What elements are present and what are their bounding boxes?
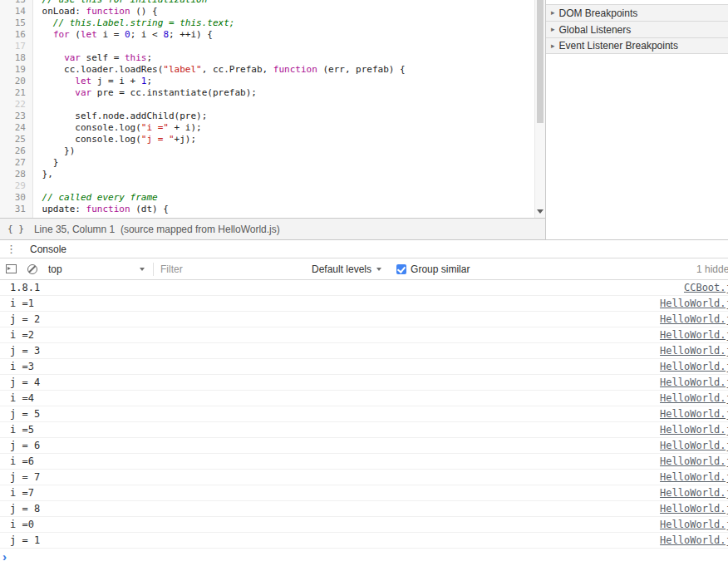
- line-number[interactable]: 19: [0, 64, 33, 76]
- line-number[interactable]: 15: [0, 17, 33, 29]
- line-number[interactable]: 30: [0, 192, 33, 204]
- sidebar-section-label: DOM Breakpoints: [559, 7, 638, 19]
- source-location-link[interactable]: HelloWorld.js: [660, 408, 728, 420]
- code-text: console.log("j = "+j);: [33, 134, 196, 145]
- line-number[interactable]: 13: [0, 0, 33, 6]
- console-message-text: j = 4: [10, 377, 40, 388]
- source-location-link[interactable]: HelloWorld.js: [660, 361, 728, 372]
- checkbox-checked-icon[interactable]: [396, 264, 406, 274]
- clear-console-icon[interactable]: [27, 264, 37, 274]
- code-line: 16 for (let i = 0; i < 8; ++i) {: [0, 29, 534, 41]
- editor-vertical-scrollbar[interactable]: [534, 0, 545, 218]
- source-location-link[interactable]: HelloWorld.js: [660, 424, 728, 436]
- sidebar-section-dom-breakpoints[interactable]: ▸DOM Breakpoints: [546, 4, 728, 21]
- code-lines[interactable]: 13 // use this for initialization14 onLo…: [0, 0, 534, 215]
- log-level-dropdown[interactable]: Default levels: [312, 263, 381, 275]
- line-number[interactable]: 17: [0, 41, 33, 52]
- source-location-link[interactable]: HelloWorld.js: [660, 471, 728, 483]
- console-message-text: i =6: [10, 455, 34, 467]
- line-number[interactable]: 14: [0, 6, 33, 17]
- source-location-link[interactable]: HelloWorld.js: [660, 487, 728, 499]
- source-location-link[interactable]: HelloWorld.js: [660, 519, 728, 530]
- source-location-link[interactable]: HelloWorld.js: [660, 298, 728, 309]
- line-number[interactable]: 26: [0, 145, 33, 157]
- line-number[interactable]: 22: [0, 99, 33, 111]
- code-text: },: [33, 169, 53, 180]
- code-line: 22: [0, 99, 534, 111]
- console-sidebar-icon[interactable]: [6, 264, 17, 273]
- console-message-text: i =3: [10, 361, 34, 372]
- code-text: // called every frame: [33, 192, 158, 204]
- console-toolbar: top Default levels Group similar 1 hidde…: [0, 258, 728, 280]
- line-number[interactable]: 31: [0, 204, 33, 215]
- toolbar-divider: [153, 263, 154, 276]
- code-line: 28 },: [0, 169, 534, 180]
- sources-panel: 13 // use this for initialization14 onLo…: [0, 0, 728, 218]
- source-location-link[interactable]: CCBoot.js: [684, 282, 728, 293]
- sidebar-section-label: Global Listeners: [559, 24, 632, 36]
- console-message-row: j = 4HelloWorld.js: [0, 375, 728, 391]
- console-message-row: j = 5HelloWorld.js: [0, 406, 728, 422]
- source-location-link[interactable]: HelloWorld.js: [660, 440, 728, 451]
- console-messages: 1.8.1CCBoot.jsi =1HelloWorld.jsj = 2Hell…: [0, 280, 728, 549]
- scrollbar-down-button[interactable]: [535, 206, 545, 217]
- hidden-message-count[interactable]: 1 hidden: [696, 263, 728, 275]
- code-text: }: [33, 157, 59, 169]
- line-number[interactable]: 20: [0, 76, 33, 87]
- sidebar-section-event-listener-breakpoints[interactable]: ▸Event Listener Breakpoints: [546, 37, 728, 54]
- filter-input[interactable]: [160, 263, 300, 275]
- sidebar-section-global-listeners[interactable]: ▸Global Listeners: [546, 21, 728, 37]
- source-location-link[interactable]: HelloWorld.js: [660, 503, 728, 514]
- source-location-link[interactable]: HelloWorld.js: [660, 329, 728, 341]
- log-level-label: Default levels: [312, 263, 371, 275]
- code-text: self.node.addChild(pre);: [33, 111, 207, 122]
- line-number[interactable]: 29: [0, 180, 33, 192]
- line-number[interactable]: 18: [0, 52, 33, 64]
- line-number[interactable]: 23: [0, 111, 33, 122]
- console-message-row: i =3HelloWorld.js: [0, 359, 728, 375]
- source-location-link[interactable]: HelloWorld.js: [660, 455, 728, 467]
- console-message-row: i =0HelloWorld.js: [0, 517, 728, 533]
- line-number[interactable]: 25: [0, 134, 33, 145]
- console-message-row: j = 8HelloWorld.js: [0, 501, 728, 517]
- pretty-print-icon[interactable]: { }: [7, 224, 24, 234]
- console-message-row: 1.8.1CCBoot.js: [0, 280, 728, 296]
- console-message-row: i =4HelloWorld.js: [0, 391, 728, 406]
- source-location-link[interactable]: HelloWorld.js: [660, 377, 728, 388]
- console-message-text: i =1: [10, 298, 34, 309]
- line-number[interactable]: 24: [0, 122, 33, 134]
- sidebar-section-label: Event Listener Breakpoints: [559, 40, 678, 52]
- menu-kebab-icon[interactable]: ⋮: [6, 244, 17, 254]
- console-message-text: i =0: [10, 519, 34, 530]
- console-message-row: j = 6HelloWorld.js: [0, 438, 728, 454]
- console-message-text: i =2: [10, 329, 34, 341]
- console-message-row: i =5HelloWorld.js: [0, 422, 728, 438]
- code-text: let j = i + 1;: [33, 76, 152, 87]
- line-number[interactable]: 21: [0, 87, 33, 99]
- collapse-arrow-icon: ▸: [551, 9, 555, 17]
- console-message-text: i =5: [10, 424, 34, 436]
- line-number[interactable]: 28: [0, 169, 33, 180]
- code-line: 19 cc.loader.loadRes("label", cc.Prefab,…: [0, 64, 534, 76]
- console-prompt[interactable]: ›: [0, 549, 728, 564]
- scrollbar-thumb[interactable]: [537, 0, 544, 123]
- line-number[interactable]: 27: [0, 157, 33, 169]
- chevron-down-icon: [140, 268, 145, 271]
- source-editor[interactable]: 13 // use this for initialization14 onLo…: [0, 0, 546, 218]
- code-text: var self = this;: [33, 52, 152, 64]
- source-location-link[interactable]: HelloWorld.js: [660, 534, 728, 546]
- code-line: 13 // use this for initialization: [0, 0, 534, 6]
- source-location-link[interactable]: HelloWorld.js: [660, 313, 728, 325]
- source-location-link[interactable]: HelloWorld.js: [660, 345, 728, 357]
- tab-console[interactable]: Console: [25, 244, 71, 255]
- source-location-link[interactable]: HelloWorld.js: [660, 392, 728, 404]
- line-number[interactable]: 16: [0, 29, 33, 41]
- drawer-tab-bar: ⋮ Console: [0, 239, 728, 258]
- cursor-position-text: Line 35, Column 1 (source mapped from He…: [34, 224, 280, 235]
- context-selector[interactable]: top: [48, 263, 148, 275]
- code-line: 15 // this.Label.string = this.text;: [0, 17, 534, 29]
- prompt-chevron-icon: ›: [2, 550, 7, 563]
- console-message-row: j = 2HelloWorld.js: [0, 312, 728, 327]
- group-similar-toggle[interactable]: Group similar: [396, 263, 470, 275]
- group-similar-label: Group similar: [411, 263, 470, 275]
